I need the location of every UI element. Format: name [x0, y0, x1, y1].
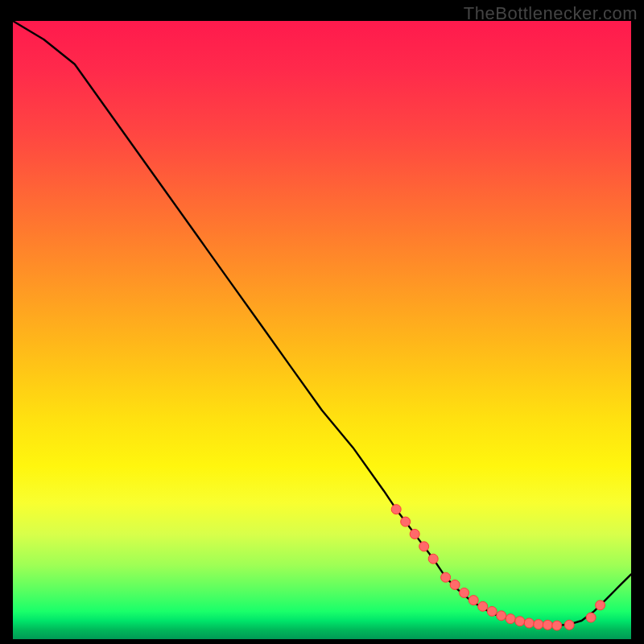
data-dots	[391, 505, 605, 630]
attribution-text: TheBottlenecker.com	[464, 3, 638, 24]
data-dot	[428, 554, 438, 564]
data-dot	[506, 614, 515, 624]
data-dot	[586, 613, 596, 622]
data-dot	[564, 620, 574, 630]
data-dot	[441, 572, 451, 582]
data-dot	[478, 601, 488, 611]
data-dot	[391, 505, 401, 514]
bottleneck-curve	[13, 21, 631, 639]
data-dot	[524, 618, 534, 628]
data-dot	[497, 611, 506, 621]
data-dot	[534, 620, 543, 630]
data-dot	[596, 601, 605, 610]
data-dot	[460, 588, 469, 597]
data-dot	[469, 596, 478, 605]
data-dot	[450, 580, 460, 589]
data-dot	[543, 620, 552, 630]
data-dot	[487, 606, 497, 616]
data-dot	[410, 529, 419, 539]
data-dot	[401, 517, 411, 526]
data-dot	[515, 617, 525, 626]
chart-frame: TheBottlenecker.com	[0, 0, 644, 644]
curve-line	[13, 21, 631, 625]
data-dot	[419, 542, 429, 551]
plot-area	[13, 21, 631, 639]
data-dot	[552, 621, 562, 630]
